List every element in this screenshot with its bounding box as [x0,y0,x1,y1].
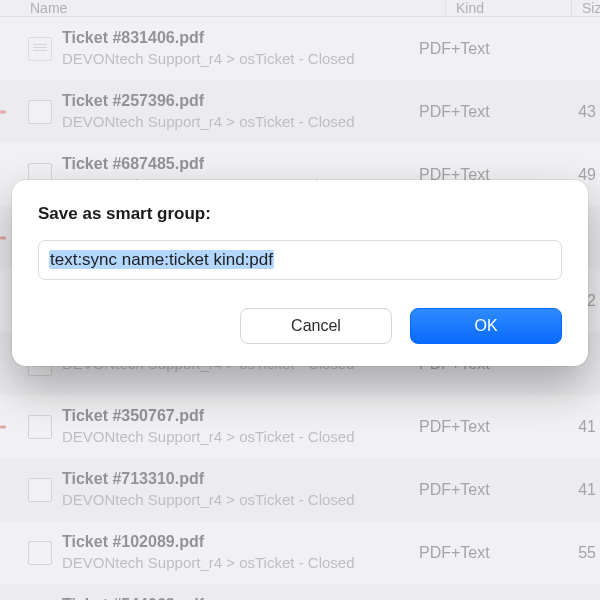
smart-group-name-input[interactable]: text:sync name:ticket kind:pdf [38,240,562,280]
dialog-button-row: Cancel OK [38,308,562,344]
input-selected-text: text:sync name:ticket kind:pdf [49,250,274,269]
save-smart-group-dialog: Save as smart group: text:sync name:tick… [12,180,588,366]
ok-button[interactable]: OK [410,308,562,344]
cancel-button[interactable]: Cancel [240,308,392,344]
dialog-title: Save as smart group: [38,204,562,224]
